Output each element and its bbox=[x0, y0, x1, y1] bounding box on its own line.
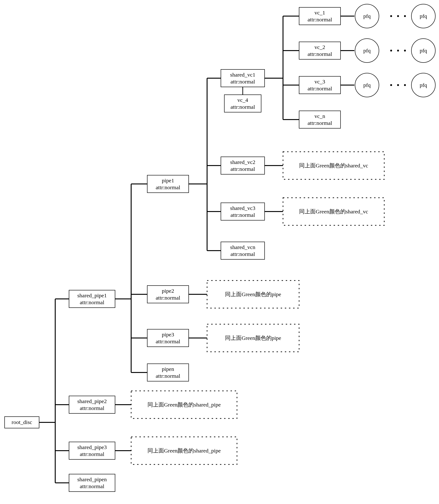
svg-text:attr:normal: attr:normal bbox=[80, 405, 104, 411]
svg-text:attr:normal: attr:normal bbox=[156, 339, 180, 344]
svg-text:vc_n: vc_n bbox=[315, 113, 325, 119]
svg-text:shared_vc2: shared_vc2 bbox=[230, 159, 255, 165]
vc4-node: vc_4 attr:normal bbox=[224, 95, 261, 112]
shared-pipe2-node: shared_pipe2 attr:normal bbox=[69, 396, 115, 413]
svg-text:同上面Green颜色的shared_vc: 同上面Green颜色的shared_vc bbox=[299, 163, 368, 169]
pipen-node: pipen attr:normal bbox=[147, 364, 189, 381]
vc1-node: vc_1 attr:normal bbox=[299, 7, 341, 25]
shared-vc1-node: shared_vc1 attr:normal bbox=[221, 70, 265, 87]
svg-point-84 bbox=[404, 15, 406, 17]
shared-vc3-node: shared_vc3 attr:normal bbox=[221, 203, 265, 220]
svg-text:同上面Green颜色的shared_pipe: 同上面Green颜色的shared_pipe bbox=[147, 448, 221, 454]
svg-text:attr:normal: attr:normal bbox=[308, 85, 332, 92]
shared-pipen-node: shared_pipen attr:normal bbox=[69, 474, 115, 492]
svg-text:vc_3: vc_3 bbox=[315, 79, 325, 85]
shared-pipe1-name: shared_pipe1 bbox=[77, 293, 107, 298]
shared-vc3-note: 同上面Green颜色的shared_vc bbox=[283, 198, 384, 225]
vc3-node: vc_3 attr:normal bbox=[299, 76, 341, 94]
svg-text:attr:normal: attr:normal bbox=[231, 251, 255, 257]
svg-text:vc_1: vc_1 bbox=[315, 10, 325, 16]
svg-point-103 bbox=[397, 84, 399, 86]
svg-text:shared_vc3: shared_vc3 bbox=[230, 205, 255, 211]
svg-text:同上面Green颜色的pipe: 同上面Green颜色的pipe bbox=[225, 291, 281, 297]
svg-text:attr:normal: attr:normal bbox=[231, 166, 255, 172]
svg-point-92 bbox=[390, 50, 392, 51]
pfq-label: pfq bbox=[363, 13, 371, 19]
tree-diagram: root_disc shared_pipe1 attr:normal share… bbox=[0, 0, 439, 504]
svg-point-82 bbox=[390, 15, 392, 17]
svg-text:attr:normal: attr:normal bbox=[80, 451, 104, 457]
svg-text:attr:normal: attr:normal bbox=[308, 120, 332, 126]
pipe3-node: pipe3 attr:normal bbox=[147, 329, 189, 347]
svg-text:pipe3: pipe3 bbox=[162, 332, 174, 338]
pipe1-node: pipe1 attr:normal bbox=[147, 175, 189, 193]
vc2-node: vc_2 attr:normal bbox=[299, 42, 341, 59]
shared-pipe2-note: 同上面Green颜色的shared_pipe bbox=[131, 391, 237, 419]
svg-text:attr:normal: attr:normal bbox=[80, 483, 104, 489]
svg-text:同上面Green颜色的shared_pipe: 同上面Green颜色的shared_pipe bbox=[147, 402, 221, 408]
root-node: root_disc bbox=[5, 417, 39, 428]
shared-pipe1-attr: attr:normal bbox=[80, 299, 104, 305]
svg-text:attr:normal: attr:normal bbox=[156, 184, 180, 190]
shared-vc2-note: 同上面Green颜色的shared_vc bbox=[283, 152, 384, 179]
vcn-node: vc_n attr:normal bbox=[299, 111, 341, 128]
svg-text:attr:normal: attr:normal bbox=[156, 295, 180, 301]
shared-pipe1-node: shared_pipe1 attr:normal bbox=[69, 290, 115, 308]
svg-point-94 bbox=[404, 50, 406, 51]
svg-point-102 bbox=[390, 84, 392, 86]
svg-text:shared_pipe2: shared_pipe2 bbox=[77, 398, 107, 404]
svg-text:attr:normal: attr:normal bbox=[231, 79, 255, 85]
root-label: root_disc bbox=[12, 419, 32, 425]
svg-point-104 bbox=[404, 84, 406, 86]
svg-text:attr:normal: attr:normal bbox=[308, 17, 332, 23]
shared-pipe3-node: shared_pipe3 attr:normal bbox=[69, 442, 115, 459]
svg-text:shared_pipe3: shared_pipe3 bbox=[77, 444, 107, 450]
svg-text:pfq: pfq bbox=[363, 82, 371, 88]
svg-text:pfq: pfq bbox=[363, 47, 371, 54]
svg-text:attr:normal: attr:normal bbox=[308, 51, 332, 57]
svg-text:attr:normal: attr:normal bbox=[231, 104, 255, 110]
svg-point-83 bbox=[397, 15, 399, 17]
pipe2-note: 同上面Green颜色的pipe bbox=[207, 281, 299, 308]
svg-text:同上面Green颜色的pipe: 同上面Green颜色的pipe bbox=[225, 335, 281, 341]
svg-text:pfq: pfq bbox=[420, 82, 427, 88]
svg-text:同上面Green颜色的shared_vc: 同上面Green颜色的shared_vc bbox=[299, 209, 368, 214]
shared-vcn-node: shared_vcn attr:normal bbox=[221, 242, 265, 259]
svg-text:pfq: pfq bbox=[420, 47, 427, 54]
svg-text:pipe1: pipe1 bbox=[162, 177, 174, 184]
svg-text:pipe2: pipe2 bbox=[162, 288, 174, 294]
svg-text:shared_vc1: shared_vc1 bbox=[230, 72, 255, 78]
pipe3-note: 同上面Green颜色的pipe bbox=[207, 324, 299, 352]
svg-text:vc_2: vc_2 bbox=[315, 44, 325, 50]
svg-text:vc_4: vc_4 bbox=[237, 97, 248, 103]
pipe2-node: pipe2 attr:normal bbox=[147, 286, 189, 303]
svg-text:attr:normal: attr:normal bbox=[231, 212, 255, 218]
svg-point-93 bbox=[397, 50, 399, 51]
svg-text:shared_pipen: shared_pipen bbox=[77, 476, 107, 482]
svg-text:pfq: pfq bbox=[420, 13, 427, 19]
shared-pipe3-note: 同上面Green颜色的shared_pipe bbox=[131, 437, 237, 464]
svg-text:shared_vcn: shared_vcn bbox=[230, 244, 255, 250]
shared-vc2-node: shared_vc2 attr:normal bbox=[221, 157, 265, 174]
svg-text:pipen: pipen bbox=[162, 366, 174, 372]
svg-text:attr:normal: attr:normal bbox=[156, 373, 180, 379]
